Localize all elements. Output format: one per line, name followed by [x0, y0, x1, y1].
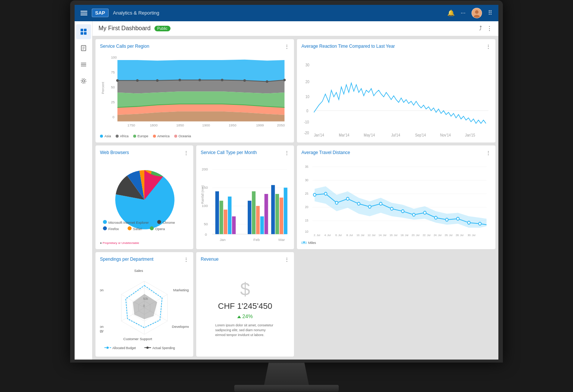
- public-badge: Public: [154, 26, 170, 31]
- svg-rect-84: [252, 191, 256, 234]
- svg-text:Rainfall (mm): Rainfall (mm): [201, 185, 204, 204]
- reaction-time-chart-card: Average Reaction Time Compared to Last Y…: [297, 39, 495, 143]
- svg-rect-78: [215, 191, 219, 234]
- service-calls-legend: Asia Africa Europe America Oceania: [100, 134, 289, 138]
- svg-text:1900: 1900: [202, 123, 210, 127]
- svg-text:Customer Support: Customer Support: [123, 337, 152, 341]
- svg-point-115: [401, 210, 404, 213]
- sidebar-item-settings[interactable]: [76, 73, 91, 88]
- svg-point-1: [475, 10, 478, 13]
- legend-miles: Miles: [301, 241, 316, 245]
- svg-point-14: [82, 80, 85, 82]
- overflow-menu-icon[interactable]: ···: [461, 10, 466, 16]
- svg-point-40: [243, 79, 246, 82]
- svg-text:Administration: Administration: [100, 288, 104, 292]
- user-avatar[interactable]: [472, 8, 482, 18]
- travel-distance-title: Average Travel Distance: [301, 150, 350, 155]
- svg-text:Development: Development: [172, 324, 189, 329]
- svg-text:1750: 1750: [128, 123, 135, 127]
- revenue-title: Revenue: [201, 257, 219, 262]
- svg-marker-30: [118, 80, 285, 93]
- svg-text:50: 50: [111, 85, 115, 89]
- svg-text:Chrome: Chrome: [163, 221, 175, 225]
- svg-text:Jan'14: Jan'14: [314, 133, 324, 138]
- spendings-chart-header: Spendings per Department ⋮: [100, 257, 189, 263]
- reaction-time-more-icon[interactable]: ⋮: [486, 44, 491, 50]
- svg-text:-20: -20: [304, 131, 309, 135]
- svg-point-38: [198, 79, 201, 81]
- svg-point-34: [116, 79, 119, 82]
- svg-text:4. Jul: 4. Jul: [324, 233, 331, 237]
- svg-point-41: [266, 80, 269, 83]
- svg-point-108: [324, 192, 327, 195]
- web-browsers-more-icon[interactable]: ⋮: [184, 150, 189, 156]
- sidebar: [75, 21, 93, 360]
- web-browsers-title: Web Browsers: [100, 150, 129, 155]
- svg-point-117: [423, 211, 426, 214]
- grid-apps-icon[interactable]: ⠿: [488, 9, 492, 16]
- notification-icon[interactable]: 🔔: [447, 9, 455, 16]
- sidebar-item-list[interactable]: [76, 57, 91, 72]
- svg-point-42: [283, 79, 286, 81]
- svg-text:6. Jul: 6. Jul: [335, 233, 342, 237]
- service-calls-chart-card: Service Calls per Region ⋮ 100 75 50 25 …: [96, 39, 294, 143]
- service-call-type-title: Service Call Type per Month: [201, 150, 257, 155]
- svg-text:15: 15: [305, 219, 308, 223]
- svg-point-111: [357, 203, 360, 206]
- service-call-type-chart-body: 200 150 100 50 0 Rainfall (mm): [201, 159, 289, 245]
- svg-rect-82: [232, 217, 236, 235]
- svg-text:20: 20: [305, 205, 308, 209]
- svg-point-122: [479, 222, 481, 225]
- service-call-type-chart-header: Service Call Type per Month ⋮: [201, 150, 289, 156]
- svg-point-162: [106, 347, 109, 349]
- svg-text:200: 200: [202, 167, 208, 171]
- svg-text:10: 10: [306, 94, 310, 99]
- share-icon[interactable]: ⤴: [479, 25, 482, 32]
- svg-text:Jan'15: Jan'15: [465, 133, 475, 138]
- dashboard-header: My First Dashboard Public ⤴ ⋮: [93, 21, 498, 36]
- svg-text:24. Jul: 24. Jul: [433, 233, 441, 237]
- dashboard-more-icon[interactable]: ⋮: [486, 25, 492, 32]
- service-calls-title: Service Calls per Region: [100, 44, 149, 49]
- svg-text:0: 0: [306, 109, 309, 113]
- svg-text:8. Jul: 8. Jul: [347, 233, 353, 237]
- svg-text:10. Jul: 10. Jul: [357, 233, 364, 237]
- dashboard-actions: ⤴ ⋮: [479, 25, 492, 32]
- svg-marker-106: [314, 186, 486, 228]
- svg-text:Mar: Mar: [279, 238, 285, 242]
- svg-text:Percent: Percent: [101, 82, 105, 94]
- svg-text:Sales: Sales: [134, 269, 143, 273]
- svg-text:Mar'14: Mar'14: [339, 133, 350, 138]
- service-call-type-more-icon[interactable]: ⋮: [284, 150, 289, 156]
- svg-text:30: 30: [305, 178, 308, 182]
- service-call-type-svg: 200 150 100 50 0 Rainfall (mm): [201, 159, 289, 245]
- travel-distance-more-icon[interactable]: ⋮: [486, 150, 491, 156]
- service-calls-chart-body: 100 75 50 25 0 Percent 1750 1800 1850 1: [100, 53, 289, 138]
- service-calls-more-icon[interactable]: ⋮: [284, 44, 289, 50]
- service-call-type-chart-card: Service Call Type per Month ⋮ 200 150 10…: [196, 145, 294, 249]
- revenue-chart-card: Revenue ⋮ $ CHF 1'245'450 24% Lorem ipsu…: [196, 252, 294, 357]
- legend-africa: Africa: [116, 134, 129, 138]
- svg-text:0: 0: [205, 232, 207, 236]
- spendings-more-icon[interactable]: ⋮: [184, 257, 189, 263]
- reaction-time-svg: 30 20 10 0 -10 -20: [301, 53, 491, 138]
- revenue-more-icon[interactable]: ⋮: [284, 257, 289, 263]
- svg-text:10: 10: [305, 230, 308, 234]
- hamburger-menu-icon[interactable]: [81, 11, 87, 15]
- svg-point-113: [379, 203, 382, 206]
- revenue-amount: CHF 1'245'450: [218, 301, 272, 311]
- spendings-chart-card: Spendings per Department ⋮: [96, 252, 193, 357]
- sidebar-item-dashboard[interactable]: [76, 24, 91, 39]
- svg-text:25: 25: [111, 100, 115, 104]
- svg-text:20: 20: [306, 79, 310, 84]
- spendings-chart-body: 0 50k Sales Marketing D: [100, 266, 189, 352]
- spendings-title: Spendings per Department: [100, 257, 153, 262]
- legend-europe: Europe: [133, 134, 148, 138]
- svg-rect-3: [81, 29, 83, 31]
- revenue-description: Lorem ipsum dolor sit amet, consetetur s…: [215, 323, 275, 337]
- svg-rect-91: [284, 188, 288, 235]
- revenue-percent: 24%: [237, 313, 253, 319]
- web-browsers-chart-card: Web Browsers ⋮: [96, 145, 193, 249]
- sidebar-item-doc[interactable]: [76, 41, 91, 56]
- svg-text:100: 100: [111, 56, 117, 59]
